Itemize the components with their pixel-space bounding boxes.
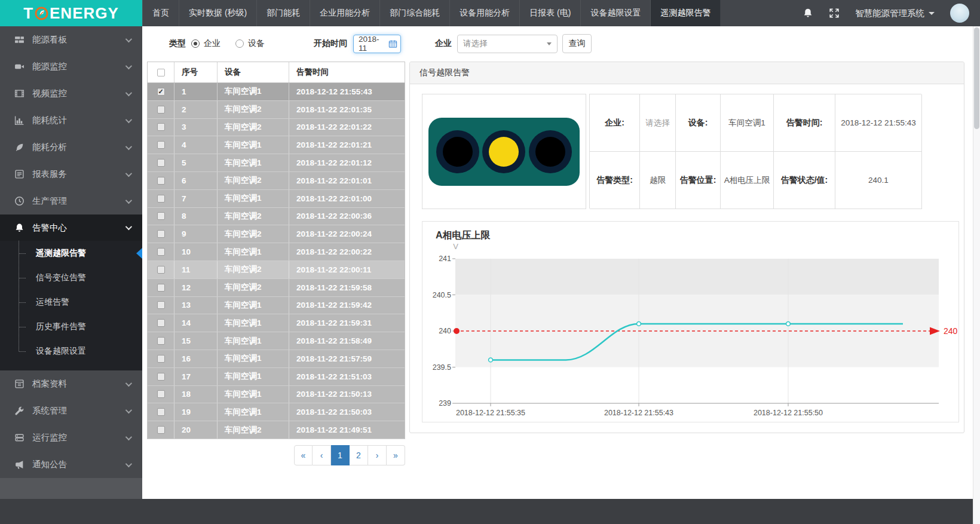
- sidebar-item-能源监控[interactable]: 能源监控: [0, 53, 142, 80]
- table-row[interactable]: 19车间空调12018-11-22 21:50:03: [148, 403, 405, 421]
- scrollbar-thumb[interactable]: [974, 27, 979, 129]
- row-checkbox[interactable]: [157, 212, 165, 220]
- page-button-«[interactable]: «: [294, 445, 313, 465]
- row-no: 2: [174, 101, 218, 118]
- bell-icon[interactable]: [803, 8, 813, 19]
- row-checkbox[interactable]: [157, 408, 165, 416]
- row-checkbox[interactable]: [157, 159, 165, 167]
- row-device: 车间空调1: [218, 350, 289, 367]
- sidebar-subitem-运维告警[interactable]: 运维告警: [0, 290, 142, 314]
- table-row[interactable]: 5车间空调12018-11-22 22:01:12: [148, 154, 405, 172]
- start-time-input[interactable]: 2018-11: [353, 35, 401, 53]
- page-button-»[interactable]: »: [387, 445, 405, 465]
- row-checkbox[interactable]: [157, 319, 165, 327]
- nav-item-日报表 (电)[interactable]: 日报表 (电): [520, 0, 581, 26]
- table-row[interactable]: 16车间空调12018-11-22 21:57:59: [148, 350, 405, 368]
- page-button-›[interactable]: ›: [368, 445, 387, 465]
- type-radio-企业[interactable]: [191, 39, 200, 48]
- row-checkbox[interactable]: [157, 355, 165, 363]
- nav-item-企业用能分析[interactable]: 企业用能分析: [310, 0, 380, 26]
- row-checkbox-cell: [148, 243, 174, 261]
- sidebar-item-档案资料[interactable]: 档案资料: [0, 370, 142, 397]
- row-checkbox[interactable]: [157, 106, 165, 114]
- row-checkbox[interactable]: [157, 177, 165, 185]
- col-device: 设备: [218, 62, 289, 82]
- row-checkbox[interactable]: [157, 284, 165, 292]
- sidebar: 能源看板能源监控视频监控能耗统计能耗分析报表服务生产管理告警中心遥测越限告警信号…: [0, 26, 142, 499]
- table-row[interactable]: 4车间空调12018-11-22 22:01:21: [148, 136, 405, 154]
- nav-item-实时数据 (秒级)[interactable]: 实时数据 (秒级): [179, 0, 257, 26]
- sidebar-subitem-历史事件告警[interactable]: 历史事件告警: [0, 314, 142, 339]
- enterprise-select[interactable]: 请选择: [457, 35, 558, 53]
- page-button-2[interactable]: 2: [350, 445, 368, 465]
- table-row[interactable]: 7车间空调12018-11-22 22:01:00: [148, 190, 405, 208]
- row-checkbox[interactable]: [157, 426, 165, 434]
- page-button-1[interactable]: 1: [331, 445, 350, 465]
- row-checkbox[interactable]: [157, 301, 165, 309]
- nav-item-首页[interactable]: 首页: [142, 0, 179, 26]
- type-radio-设备[interactable]: [235, 39, 244, 48]
- table-row[interactable]: 8车间空调22018-11-22 22:00:36: [148, 208, 405, 226]
- row-checkbox[interactable]: [157, 373, 165, 381]
- sidebar-item-label: 系统管理: [32, 405, 67, 416]
- table-row[interactable]: 9车间空调22018-11-22 22:00:24: [148, 225, 405, 243]
- nav-item-部门能耗[interactable]: 部门能耗: [257, 0, 310, 26]
- nav-item-设备越限设置[interactable]: 设备越限设置: [581, 0, 651, 26]
- row-checkbox[interactable]: ✓: [157, 88, 165, 96]
- row-checkbox-cell: [148, 332, 174, 350]
- row-checkbox[interactable]: [157, 141, 165, 149]
- sidebar-item-能源看板[interactable]: 能源看板: [0, 26, 142, 53]
- row-checkbox[interactable]: [157, 195, 165, 203]
- row-checkbox[interactable]: [157, 337, 165, 345]
- vertical-scrollbar[interactable]: [973, 26, 980, 524]
- sidebar-item-系统管理[interactable]: 系统管理: [0, 397, 142, 424]
- nav-item-部门综合能耗[interactable]: 部门综合能耗: [380, 0, 450, 26]
- sidebar-subitem-设备越限设置[interactable]: 设备越限设置: [0, 339, 142, 363]
- select-all-checkbox[interactable]: [157, 69, 165, 76]
- chevron-down-icon: [125, 406, 132, 413]
- calendar-icon[interactable]: [388, 39, 397, 48]
- nav-item-设备用能分析[interactable]: 设备用能分析: [450, 0, 520, 26]
- table-row[interactable]: 11车间空调22018-11-22 22:00:11: [148, 261, 405, 279]
- nav-item-遥测越限告警[interactable]: 遥测越限告警: [651, 0, 721, 26]
- sidebar-subitem-遥测越限告警[interactable]: 遥测越限告警: [0, 241, 142, 265]
- table-row[interactable]: 20车间空调22018-11-22 21:49:51: [148, 421, 405, 439]
- table-row[interactable]: 15车间空调12018-11-22 21:58:49: [148, 332, 405, 350]
- sidebar-item-告警中心[interactable]: 告警中心: [0, 214, 142, 241]
- system-title-dropdown[interactable]: 智慧能源管理系统: [855, 8, 935, 19]
- row-checkbox-cell: [148, 368, 174, 385]
- voltage-chart-card: A相电压上限 239239.5240240.5241V2018-12-12 21…: [422, 221, 959, 422]
- leaf-icon: [14, 142, 24, 152]
- row-no: 20: [174, 421, 218, 439]
- table-row[interactable]: 17车间空调12018-11-22 21:51:03: [148, 368, 405, 386]
- sidebar-item-生产管理[interactable]: 生产管理: [0, 188, 142, 214]
- sidebar-item-能耗统计[interactable]: 能耗统计: [0, 107, 142, 134]
- sidebar-subitem-信号变位告警[interactable]: 信号变位告警: [0, 265, 142, 290]
- query-button[interactable]: 查询: [562, 34, 592, 53]
- table-row[interactable]: 2车间空调22018-11-22 22:01:35: [148, 101, 405, 119]
- table-row[interactable]: 14车间空调12018-11-22 21:59:31: [148, 314, 405, 332]
- app-logo: T ENERGY: [0, 0, 142, 26]
- row-checkbox[interactable]: [157, 248, 165, 256]
- table-row[interactable]: 12车间空调22018-11-22 21:59:58: [148, 279, 405, 297]
- sidebar-item-运行监控[interactable]: 运行监控: [0, 424, 142, 451]
- fullscreen-icon[interactable]: [829, 8, 840, 19]
- row-checkbox[interactable]: [157, 390, 165, 398]
- sidebar-item-label: 能耗统计: [32, 115, 67, 126]
- table-row[interactable]: 13车间空调12018-11-22 21:59:42: [148, 297, 405, 315]
- avatar[interactable]: [950, 4, 969, 23]
- sidebar-item-通知公告[interactable]: 通知公告: [0, 451, 142, 478]
- row-checkbox[interactable]: [157, 266, 165, 274]
- table-row[interactable]: 10车间空调12018-11-22 22:00:22: [148, 243, 405, 261]
- table-row[interactable]: ✓1车间空调12018-12-12 21:55:43: [148, 83, 405, 101]
- table-row[interactable]: 3车间空调22018-11-22 22:01:22: [148, 119, 405, 137]
- table-row[interactable]: 18车间空调12018-11-22 21:50:13: [148, 386, 405, 404]
- table-row[interactable]: 6车间空调22018-11-22 22:01:01: [148, 172, 405, 190]
- sidebar-item-报表服务[interactable]: 报表服务: [0, 161, 142, 188]
- chevron-down-icon: [125, 116, 132, 122]
- row-checkbox[interactable]: [157, 230, 165, 238]
- page-button-‹[interactable]: ‹: [313, 445, 331, 465]
- row-checkbox[interactable]: [157, 123, 165, 131]
- sidebar-item-能耗分析[interactable]: 能耗分析: [0, 134, 142, 161]
- sidebar-item-视频监控[interactable]: 视频监控: [0, 80, 142, 107]
